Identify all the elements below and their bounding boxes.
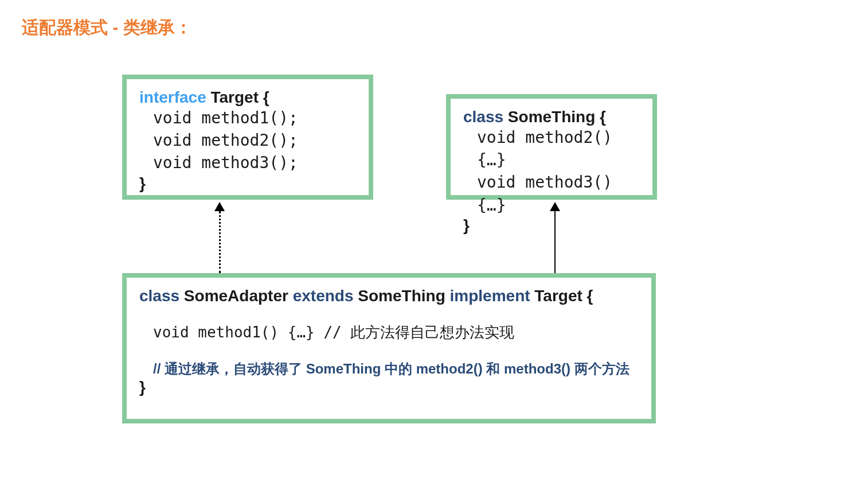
something-close-brace: } — [463, 216, 640, 235]
adapter-close-brace: } — [139, 378, 639, 396]
something-class-box: class SomeThing { void method2() {…} voi… — [446, 94, 657, 200]
adapter-parent: SomeThing — [358, 287, 445, 305]
extends-arrow — [554, 211, 556, 273]
target-name: Target { — [211, 88, 269, 106]
adapter-class-box: class SomeAdapter extends SomeThing impl… — [122, 273, 656, 423]
diagram-title: 适配器模式 - 类继承： — [22, 16, 192, 40]
extends-keyword: extends — [293, 287, 354, 305]
target-method-3: void method3(); — [153, 151, 356, 174]
target-method-2: void method2(); — [153, 129, 356, 151]
target-interface-box: interface Target { void method1(); void … — [122, 75, 373, 200]
adapter-comment: // 通过继承，自动获得了 SomeThing 中的 method2() 和 m… — [153, 360, 639, 378]
adapter-method-1: void method1() {…} // 此方法得自己想办法实现 — [153, 322, 639, 343]
implements-arrow — [219, 211, 221, 273]
something-header: class SomeThing { — [463, 108, 640, 126]
target-close-brace: } — [139, 174, 356, 193]
something-method-2: void method2() {…} — [477, 126, 640, 171]
adapter-header: class SomeAdapter extends SomeThing impl… — [139, 287, 639, 305]
extends-arrowhead — [550, 202, 560, 211]
target-header: interface Target { — [139, 88, 356, 107]
target-method-1: void method1(); — [153, 107, 356, 129]
adapter-interface: Target { — [534, 287, 593, 305]
class-keyword: class — [463, 108, 503, 126]
adapter-name: SomeAdapter — [184, 287, 288, 305]
something-name: SomeThing { — [508, 108, 606, 126]
implements-arrowhead — [214, 202, 225, 211]
interface-keyword: interface — [139, 88, 206, 106]
implement-keyword: implement — [450, 287, 530, 305]
adapter-class-keyword: class — [139, 287, 179, 305]
